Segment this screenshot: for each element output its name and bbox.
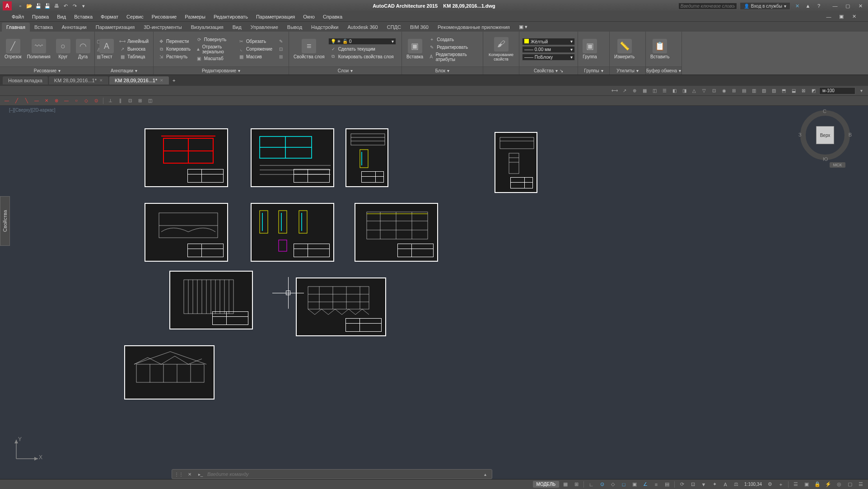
snap-parallel-icon[interactable]: ∥ (116, 97, 124, 104)
autoscale-icon[interactable]: ⚖ (732, 481, 741, 488)
ribbon-tab-annotate[interactable]: Аннотации (57, 23, 91, 32)
new-doc-icon[interactable]: + (170, 76, 178, 85)
app-logo[interactable]: A (3, 1, 12, 10)
rotate-button[interactable]: ⟳Повернуть (194, 36, 234, 43)
snap-intersection-icon[interactable]: ✕ (42, 97, 51, 104)
ortho-toggle-icon[interactable]: ∟ (587, 481, 596, 488)
ribbon-tab-insert[interactable]: Вставка (30, 23, 57, 32)
open-icon[interactable]: 📂 (25, 2, 33, 10)
arc-button[interactable]: ◠Дуга (74, 38, 92, 60)
menu-draw[interactable]: Рисование (148, 13, 180, 21)
undo-icon[interactable]: ↶ (61, 2, 70, 10)
maximize-button[interactable]: ▢ (842, 2, 854, 10)
copy-button[interactable]: ⧉Копировать (156, 46, 192, 53)
snap-perpendicular-icon[interactable]: ⊥ (106, 97, 114, 104)
spds-icon-7[interactable]: ◧ (670, 87, 678, 94)
snap-insert-icon[interactable]: ⊞ (136, 97, 144, 104)
sheet-7[interactable] (169, 271, 253, 329)
layer-props-button[interactable]: ≡Свойства слоя (292, 38, 327, 60)
array-button[interactable]: ▦Массив (236, 53, 274, 61)
ribbon-tab-addins[interactable]: Надстройки (307, 23, 343, 32)
circle-button[interactable]: ○Круг (54, 38, 72, 60)
polyline-button[interactable]: 〰Полилиния (25, 38, 52, 60)
spds-icon-13[interactable]: ⊞ (730, 87, 738, 94)
3dosnap-icon[interactable]: ▣ (630, 481, 639, 488)
snap-midpoint-icon[interactable]: — (33, 97, 41, 104)
sheet-2[interactable] (251, 128, 334, 187)
create-block-button[interactable]: +Создать (427, 36, 480, 43)
cmd-history-icon[interactable]: ▴ (481, 470, 489, 478)
ribbon-tab-view[interactable]: Вид (228, 23, 246, 32)
cmd-handle-icon[interactable]: ⋮⋮ (175, 470, 183, 478)
menu-view[interactable]: Вид (53, 13, 70, 21)
new-icon[interactable]: ▫ (16, 2, 24, 10)
snap-center-icon[interactable]: ○ (72, 97, 80, 104)
fillet-button[interactable]: ◟Сопряжение (236, 46, 274, 53)
ribbon-tab-visualize[interactable]: Визуализация (187, 23, 228, 32)
otrack-icon[interactable]: ∠ (641, 481, 650, 488)
text-button[interactable]: AТекст (98, 38, 116, 60)
drawing-viewport[interactable]: Свойства [–][Сверху][2D-каркас] (0, 106, 868, 479)
panel-title-utils[interactable]: Утилиты▾ (610, 66, 645, 75)
sheet-1[interactable] (145, 128, 228, 187)
snap-apparent-icon[interactable]: ⊗ (52, 97, 61, 104)
sheet-6[interactable] (355, 203, 438, 262)
trim-button[interactable]: ✂Обрезать (236, 38, 274, 45)
hardware-accel-icon[interactable]: ⚡ (824, 481, 833, 488)
units-icon[interactable]: ☰ (791, 481, 800, 488)
menu-help[interactable]: Справка (319, 13, 346, 21)
menu-edit[interactable]: Правка (28, 13, 52, 21)
dialog-launcher-icon[interactable]: ↘ (560, 68, 563, 73)
saveas-icon[interactable]: 💾 (43, 2, 51, 10)
snap-quadrant-icon[interactable]: ◇ (82, 97, 90, 104)
match-layer-button[interactable]: ⧉Копировать свойства слоя (328, 53, 399, 60)
panel-title-block[interactable]: Блок▾ (402, 66, 483, 75)
selection-filter-icon[interactable]: ▼ (699, 481, 708, 488)
workspace-icon[interactable]: ⚙ (765, 481, 775, 488)
group-button[interactable]: ▣Группа (581, 38, 599, 60)
menu-window[interactable]: Окно (299, 13, 318, 21)
panel-title-layers[interactable]: Слои▾ (289, 66, 401, 75)
matchprop-button[interactable]: 🖌Копирование свойств (486, 36, 516, 62)
table-button[interactable]: ▦Таблица (117, 53, 150, 61)
login-button[interactable]: 👤 Вход в службы ▾ (740, 2, 790, 10)
sheet-4[interactable] (145, 203, 228, 262)
viewcube[interactable]: Верх С Ю В З (800, 110, 850, 160)
spds-icon-21[interactable]: ◩ (809, 87, 817, 94)
snap-from-icon[interactable]: ╱ (13, 97, 21, 104)
spds-icon-8[interactable]: ◨ (680, 87, 688, 94)
snap-toggle-icon[interactable]: ⊞ (572, 481, 581, 488)
snap-node-icon[interactable]: ⊡ (126, 97, 134, 104)
spds-icon-10[interactable]: ▽ (700, 87, 708, 94)
ribbon-tab-spds[interactable]: СПДС (383, 23, 406, 32)
coord-system-label[interactable]: МСК (830, 162, 845, 168)
sheet-8[interactable] (296, 277, 386, 336)
mirror-button[interactable]: ▲Отразить зеркально (194, 44, 234, 55)
layer-combo[interactable]: 💡 ☀ 🔓 0 ▾ (328, 38, 396, 45)
customize-icon[interactable]: ☰ (856, 481, 865, 488)
menu-dimension[interactable]: Размеры (181, 13, 209, 21)
cleanscreen-icon[interactable]: ▢ (845, 481, 854, 488)
menu-format[interactable]: Формат (97, 13, 122, 21)
spds-icon-9[interactable]: △ (690, 87, 698, 94)
leader-button[interactable]: ↗Выноска (117, 46, 150, 53)
osnap-toggle-icon[interactable]: □ (619, 481, 628, 488)
isolate-icon[interactable]: ◎ (835, 481, 844, 488)
linetype-combo[interactable]: —— ПоБлоку▾ (522, 54, 575, 61)
stay-connected-icon[interactable]: ▲ (804, 2, 812, 10)
spds-icon-14[interactable]: ▤ (740, 87, 748, 94)
modify-extra1[interactable]: ✎ (276, 38, 286, 45)
panel-title-properties[interactable]: Свойства▾↘ (519, 66, 578, 75)
save-icon[interactable]: 💾 (34, 2, 42, 10)
transparency-icon[interactable]: ▤ (663, 481, 672, 488)
doc-close-button[interactable]: ✕ (848, 13, 860, 21)
modify-extra2[interactable]: ⊡ (276, 46, 286, 53)
redo-icon[interactable]: ↷ (70, 2, 79, 10)
viewcube-face-top[interactable]: Верх (816, 126, 834, 144)
sheet-10[interactable] (124, 345, 215, 400)
ribbon-tab-manage[interactable]: Управление (246, 23, 283, 32)
spds-icon-16[interactable]: ▧ (760, 87, 768, 94)
ribbon-tab-expand[interactable]: ▣ ▾ (514, 22, 532, 32)
model-button[interactable]: МОДЕЛЬ (533, 481, 559, 488)
close-icon[interactable]: ✕ (99, 78, 103, 83)
